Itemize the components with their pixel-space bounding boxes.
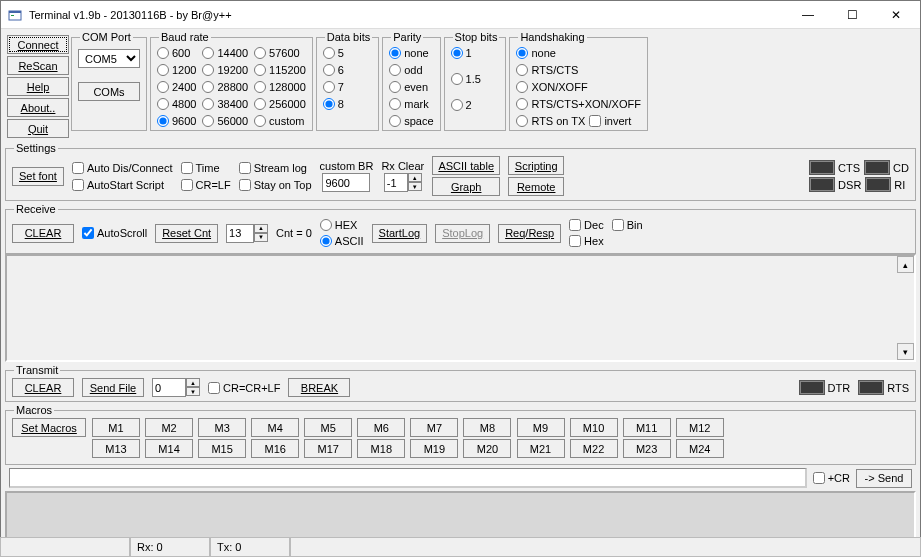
reset-cnt-button[interactable]: Reset Cnt: [155, 224, 218, 243]
baud-1200[interactable]: 1200: [157, 62, 196, 78]
hex-check[interactable]: Hex: [569, 233, 604, 249]
macro-m13[interactable]: M13: [92, 439, 140, 458]
parity-even[interactable]: even: [389, 79, 433, 95]
send-button[interactable]: -> Send: [856, 469, 912, 488]
macro-m21[interactable]: M21: [517, 439, 565, 458]
stoplog-button[interactable]: StopLog: [435, 224, 490, 243]
ascii-table-button[interactable]: ASCII table: [432, 156, 500, 175]
baud-28800[interactable]: 28800: [202, 79, 248, 95]
spin-down-icon[interactable]: ▼: [408, 182, 422, 191]
receive-ascii-radio[interactable]: ASCII: [320, 233, 364, 249]
custom-br-input[interactable]: [322, 173, 370, 192]
scroll-down-icon[interactable]: ▾: [897, 343, 914, 360]
macro-m4[interactable]: M4: [251, 418, 299, 437]
set-font-button[interactable]: Set font: [12, 167, 64, 186]
autostart-script-check[interactable]: AutoStart Script: [72, 177, 173, 193]
baud-256000[interactable]: 256000: [254, 96, 306, 112]
baud-2400[interactable]: 2400: [157, 79, 196, 95]
macro-m11[interactable]: M11: [623, 418, 671, 437]
macro-m22[interactable]: M22: [570, 439, 618, 458]
plus-cr-check[interactable]: +CR: [813, 470, 850, 486]
handshake-invert[interactable]: invert: [589, 113, 631, 129]
handshake-rtscts-xonxoff[interactable]: RTS/CTS+XON/XOFF: [516, 96, 641, 112]
macro-m24[interactable]: M24: [676, 439, 724, 458]
spin-up-icon[interactable]: ▲: [408, 173, 422, 182]
parity-mark[interactable]: mark: [389, 96, 433, 112]
autoscroll-check[interactable]: AutoScroll: [82, 225, 147, 241]
databits-7[interactable]: 7: [323, 79, 372, 95]
handshake-none[interactable]: none: [516, 45, 641, 61]
send-file-button[interactable]: Send File: [82, 378, 144, 397]
graph-button[interactable]: Graph: [432, 177, 500, 196]
baud-19200[interactable]: 19200: [202, 62, 248, 78]
baud-custom[interactable]: custom: [254, 113, 306, 129]
cr-crlf-check[interactable]: CR=CR+LF: [208, 380, 280, 396]
databits-8[interactable]: 8: [323, 96, 372, 112]
scroll-up-icon[interactable]: ▴: [897, 256, 914, 273]
databits-6[interactable]: 6: [323, 62, 372, 78]
spin-up-icon[interactable]: ▲: [254, 224, 268, 233]
dec-check[interactable]: Dec: [569, 217, 604, 233]
startlog-button[interactable]: StartLog: [372, 224, 428, 243]
baud-115200[interactable]: 115200: [254, 62, 306, 78]
macro-m18[interactable]: M18: [357, 439, 405, 458]
baud-56000[interactable]: 56000: [202, 113, 248, 129]
handshake-rtscts[interactable]: RTS/CTS: [516, 62, 641, 78]
time-check[interactable]: Time: [181, 160, 231, 176]
rts-led[interactable]: RTS: [858, 380, 909, 395]
auto-disconnect-check[interactable]: Auto Dis/Connect: [72, 160, 173, 176]
about-button[interactable]: About..: [7, 98, 69, 117]
macro-m3[interactable]: M3: [198, 418, 246, 437]
macro-m23[interactable]: M23: [623, 439, 671, 458]
macro-m2[interactable]: M2: [145, 418, 193, 437]
stopbits-1[interactable]: 1: [451, 45, 500, 61]
receive-hex-radio[interactable]: HEX: [320, 217, 364, 233]
rx-clear-spin[interactable]: ▲▼: [384, 173, 422, 192]
spin-down-icon[interactable]: ▼: [254, 233, 268, 242]
macro-m14[interactable]: M14: [145, 439, 193, 458]
cnt-spin[interactable]: ▲▼: [226, 224, 268, 243]
macro-m8[interactable]: M8: [463, 418, 511, 437]
spin-up-icon[interactable]: ▲: [186, 378, 200, 387]
macro-m17[interactable]: M17: [304, 439, 352, 458]
quit-button[interactable]: Quit: [7, 119, 69, 138]
baud-9600[interactable]: 9600: [157, 113, 196, 129]
macro-m19[interactable]: M19: [410, 439, 458, 458]
scripting-button[interactable]: Scripting: [508, 156, 564, 175]
macro-m5[interactable]: M5: [304, 418, 352, 437]
baud-128000[interactable]: 128000: [254, 79, 306, 95]
baud-600[interactable]: 600: [157, 45, 196, 61]
remote-button[interactable]: Remote: [508, 177, 564, 196]
stopbits-1-5[interactable]: 1.5: [451, 71, 500, 87]
macro-m10[interactable]: M10: [570, 418, 618, 437]
baud-57600[interactable]: 57600: [254, 45, 306, 61]
macro-m7[interactable]: M7: [410, 418, 458, 437]
connect-button[interactable]: Connect: [7, 35, 69, 54]
handshake-rts-on-tx[interactable]: RTS on TX: [516, 113, 585, 129]
parity-space[interactable]: space: [389, 113, 433, 129]
send-input[interactable]: [9, 468, 807, 488]
baud-14400[interactable]: 14400: [202, 45, 248, 61]
databits-5[interactable]: 5: [323, 45, 372, 61]
rescan-button[interactable]: ReScan: [7, 56, 69, 75]
parity-odd[interactable]: odd: [389, 62, 433, 78]
com-port-select[interactable]: COM5: [78, 49, 140, 68]
macro-m1[interactable]: M1: [92, 418, 140, 437]
macro-m20[interactable]: M20: [463, 439, 511, 458]
transmit-clear-button[interactable]: CLEAR: [12, 378, 74, 397]
spin-down-icon[interactable]: ▼: [186, 387, 200, 396]
baud-4800[interactable]: 4800: [157, 96, 196, 112]
macro-m9[interactable]: M9: [517, 418, 565, 437]
macro-m6[interactable]: M6: [357, 418, 405, 437]
stream-log-check[interactable]: Stream log: [239, 160, 312, 176]
receive-clear-button[interactable]: CLEAR: [12, 224, 74, 243]
stopbits-2[interactable]: 2: [451, 97, 500, 113]
reqresp-button[interactable]: Req/Resp: [498, 224, 561, 243]
set-macros-button[interactable]: Set Macros: [12, 418, 86, 437]
dtr-led[interactable]: DTR: [799, 380, 851, 395]
coms-button[interactable]: COMs: [78, 82, 140, 101]
parity-none[interactable]: none: [389, 45, 433, 61]
close-button[interactable]: ✕: [874, 2, 918, 28]
macro-m12[interactable]: M12: [676, 418, 724, 437]
minimize-button[interactable]: —: [786, 2, 830, 28]
